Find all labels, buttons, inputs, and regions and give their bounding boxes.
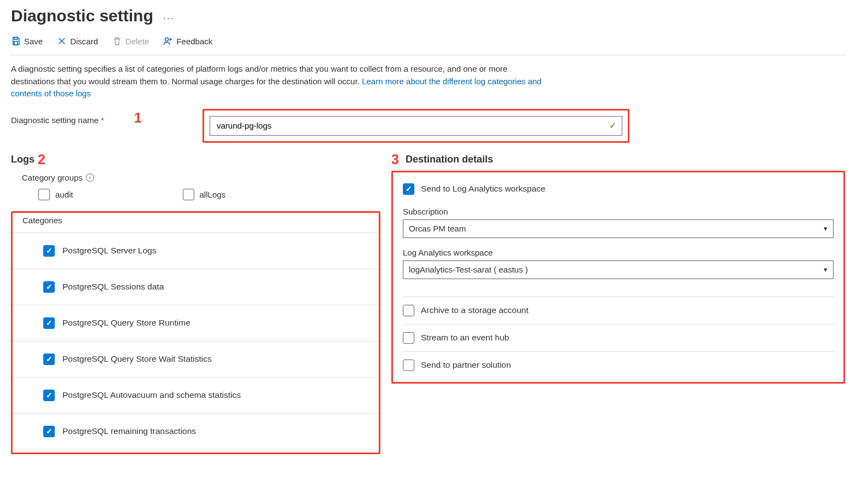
subscription-select[interactable]: Orcas PM team ▾ [403,219,834,238]
feedback-button[interactable]: Feedback [163,36,212,46]
checkbox-stream[interactable] [403,332,414,344]
dest-partner: Send to partner solution [403,351,834,379]
chevron-down-icon: ▾ [824,265,828,274]
name-label-wrap: Diagnostic setting name * 1 [11,109,203,125]
category-item[interactable]: PostgreSQL Query Store Wait Statistics [13,341,379,378]
dest-stream: Stream to an event hub [403,324,834,351]
chevron-down-icon: ▾ [824,224,828,233]
feedback-label: Feedback [176,37,212,46]
checkbox-archive[interactable] [403,305,414,316]
category-item[interactable]: PostgreSQL Sessions data [13,269,379,305]
group-audit[interactable]: audit [38,189,73,200]
workspace-select[interactable]: logAnalytics-Test-sarat ( eastus ) ▾ [403,260,834,279]
discard-label: Discard [70,37,98,46]
name-input[interactable] [216,120,603,131]
dest-archive-row[interactable]: Archive to a storage account [403,305,834,316]
toolbar-divider [11,55,845,55]
category-item[interactable]: PostgreSQL Query Store Runtime [13,305,379,341]
save-label: Save [24,37,43,46]
delete-label: Delete [125,37,149,46]
category-label: PostgreSQL Autovacuum and schema statist… [62,390,241,400]
categories-label: Categories [13,213,379,233]
checkbox-send-la[interactable] [403,183,414,195]
delete-button: Delete [112,36,149,46]
svg-point-2 [165,38,169,41]
discard-icon [57,36,67,46]
page-title: Diagnostic setting [11,7,153,25]
category-label: PostgreSQL Query Store Runtime [62,318,190,328]
discard-button[interactable]: Discard [57,36,98,46]
category-groups: Category groups i audit allLogs [11,173,380,200]
annotation-2: 2 [38,152,45,167]
logs-heading-row: Logs 2 [11,152,380,167]
checkbox-cat-4[interactable] [43,390,55,401]
category-label: PostgreSQL Query Store Wait Statistics [62,354,212,364]
checkbox-cat-1[interactable] [43,281,55,293]
group-alllogs[interactable]: allLogs [183,189,226,200]
name-input-outline-wrap: ✓ [203,109,629,143]
dest-log-analytics: Send to Log Analytics workspace Subscrip… [403,179,834,297]
logs-column: Logs 2 Category groups i audit allLogs [11,152,380,454]
name-label: Diagnostic setting name [11,115,99,125]
annotation-box-3: Send to Log Analytics workspace Subscrip… [391,171,845,384]
page-header: Diagnostic setting ··· [11,0,845,33]
valid-check-icon: ✓ [609,120,616,131]
destination-heading: Destination details [406,154,493,165]
category-groups-row: audit allLogs [22,189,380,200]
logs-heading: Logs [11,154,34,165]
category-groups-label: Category groups [22,173,83,182]
category-label: PostgreSQL Server Logs [62,246,157,256]
categories-section: Categories PostgreSQL Server Logs Postgr… [11,211,380,454]
two-column-layout: Logs 2 Category groups i audit allLogs [11,152,845,454]
intro-text: A diagnostic setting specifies a list of… [11,63,547,100]
annotation-1: 1 [134,110,142,126]
subscription-value: Orcas PM team [409,224,466,233]
annotation-box-1: ✓ [203,109,629,143]
dest-stream-label: Stream to an event hub [421,333,509,343]
annotation-3: 3 [391,152,399,167]
workspace-value: logAnalytics-Test-sarat ( eastus ) [409,265,528,274]
save-button[interactable]: Save [11,36,43,46]
checkbox-cat-3[interactable] [43,354,55,365]
category-label: PostgreSQL remaining transactions [62,426,196,436]
subscription-label: Subscription [403,207,834,216]
dest-partner-label: Send to partner solution [421,360,511,370]
checkbox-alllogs[interactable] [183,189,194,200]
dest-partner-row[interactable]: Send to partner solution [403,360,834,371]
name-row: Diagnostic setting name * 1 ✓ [11,109,845,143]
category-item[interactable]: PostgreSQL Autovacuum and schema statist… [13,378,379,414]
toolbar: Save Discard Delete Feedback [11,33,845,51]
checkbox-cat-2[interactable] [43,317,55,329]
group-alllogs-label: allLogs [200,190,226,199]
category-groups-label-row: Category groups i [22,173,380,182]
save-icon [11,36,21,46]
category-item[interactable]: PostgreSQL remaining transactions [13,414,379,442]
feedback-icon [163,36,173,46]
category-label: PostgreSQL Sessions data [62,282,164,292]
checkbox-cat-5[interactable] [43,426,55,437]
checkbox-cat-0[interactable] [43,245,55,257]
required-indicator: * [101,115,104,125]
info-icon[interactable]: i [86,173,94,182]
dest-archive: Archive to a storage account [403,297,834,324]
annotation-box-2: Categories PostgreSQL Server Logs Postgr… [11,211,380,454]
workspace-field: Log Analytics workspace logAnalytics-Tes… [403,248,834,279]
svg-rect-0 [14,37,18,39]
dest-archive-label: Archive to a storage account [421,305,528,315]
svg-rect-1 [14,42,18,45]
checkbox-partner[interactable] [403,360,414,371]
dest-la-row[interactable]: Send to Log Analytics workspace [403,183,834,195]
name-input-box[interactable]: ✓ [210,116,622,136]
category-item[interactable]: PostgreSQL Server Logs [13,233,379,269]
la-fields: Subscription Orcas PM team ▾ Log Analyti… [403,207,834,279]
delete-icon [112,36,122,46]
dest-stream-row[interactable]: Stream to an event hub [403,332,834,344]
dest-la-label: Send to Log Analytics workspace [421,184,545,194]
workspace-label: Log Analytics workspace [403,248,834,257]
subscription-field: Subscription Orcas PM team ▾ [403,207,834,238]
destination-column: 3 Destination details Send to Log Analyt… [391,152,845,454]
group-audit-label: audit [55,190,73,199]
more-actions-icon[interactable]: ··· [163,13,175,24]
checkbox-audit[interactable] [38,189,50,200]
destination-heading-row: 3 Destination details [391,152,845,167]
